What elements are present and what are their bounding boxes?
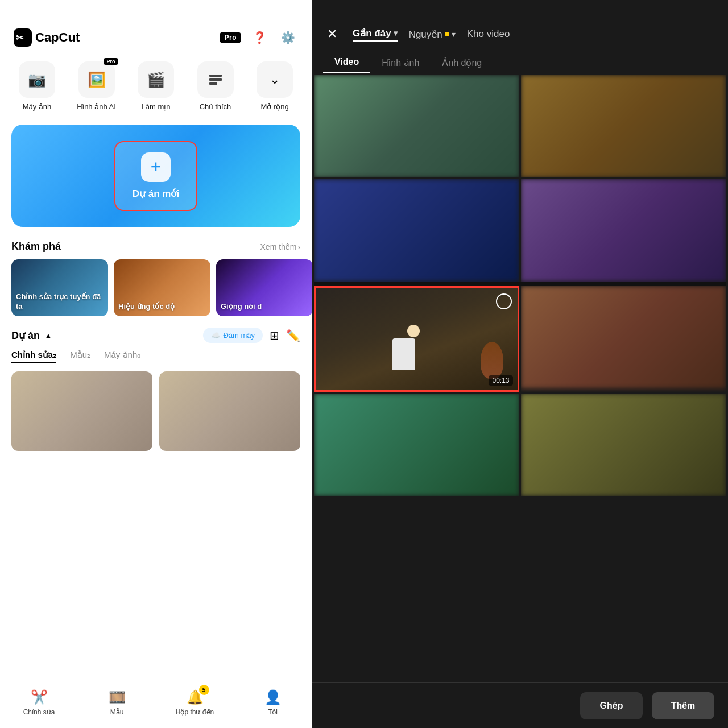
help-button[interactable]: ❓	[249, 27, 270, 48]
tool-label-lam-min: Làm mịn	[142, 102, 171, 111]
media-cell-2[interactable]	[521, 75, 726, 177]
tool-lam-min[interactable]: 🎬 Làm mịn	[130, 61, 181, 111]
media-cell-5[interactable]	[521, 286, 726, 392]
pro-badge[interactable]: Pro	[220, 32, 241, 43]
explore-section-header: Khám phá Xem thêm ›	[0, 238, 312, 259]
person-figure	[398, 325, 429, 376]
tool-chu-thich[interactable]: Chú thích	[190, 61, 241, 111]
content-tab-video[interactable]: Video	[323, 52, 370, 73]
see-more-button[interactable]: Xem thêm ›	[260, 242, 300, 251]
tool-label-may-anh: Máy ảnh	[23, 102, 52, 111]
cloud-icon: ☁️	[211, 331, 220, 340]
video-tab-label: Video	[334, 57, 359, 67]
gan-day-arrow: ▾	[394, 28, 398, 38]
selected-video-cell[interactable]: 00:13	[314, 286, 519, 392]
tab-gan-day[interactable]: Gần đây ▾	[353, 27, 398, 42]
tab-mau[interactable]: Mẫu₂	[70, 350, 90, 363]
explore-card-label-3: Giọng nói đ	[221, 302, 262, 312]
tab-nguyen[interactable]: Nguyễn ▾	[409, 28, 456, 40]
tool-may-anh[interactable]: 📷 Máy ảnh	[11, 61, 63, 111]
explore-card-2[interactable]: Hiệu ứng tốc độ	[114, 259, 210, 316]
settings-button[interactable]: ⚙️	[278, 27, 298, 48]
new-project-plus-icon: +	[141, 152, 171, 182]
media-thumbnail-1	[314, 75, 519, 177]
new-project-banner[interactable]: + Dự án mới	[11, 125, 300, 227]
header-actions: Pro ❓ ⚙️	[220, 27, 298, 48]
bottom-action-bar: Ghép Thêm	[312, 682, 728, 728]
them-button[interactable]: Thêm	[652, 692, 714, 719]
nav-label-chinh-sua: Chỉnh sửa	[23, 708, 55, 716]
explore-cards-row: Chỉnh sửa trực tuyến đã ta Hiệu ứng tốc …	[0, 259, 312, 316]
content-tabs: Video Hình ảnh Ảnh động	[312, 43, 728, 73]
cloud-button[interactable]: ☁️ Đám mây	[203, 328, 263, 343]
svg-text:✂: ✂	[16, 33, 24, 43]
tab-chinh-sua[interactable]: Chỉnh sửa₂	[11, 350, 56, 363]
nguyen-dot	[445, 32, 449, 36]
projects-tabs: Chỉnh sửa₂ Mẫu₂ Máy ảnh₀	[11, 350, 300, 363]
media-cell-3[interactable]	[314, 179, 519, 282]
tab-may-anh[interactable]: Máy ảnh₀	[104, 350, 140, 363]
media-cell-4[interactable]	[521, 179, 726, 282]
projects-title-row: Dự án ▲	[11, 329, 52, 342]
tool-mo-rong[interactable]: ⌄ Mở rộng	[249, 61, 300, 111]
explore-card-3[interactable]: Giọng nói đ	[216, 259, 312, 316]
pencil-icon: ✏️	[286, 329, 300, 342]
template-icon: 🎞️	[109, 689, 126, 705]
media-thumbnail-4	[521, 179, 726, 282]
content-tab-hinh-anh[interactable]: Hình ảnh	[370, 53, 431, 73]
media-cell-7[interactable]	[521, 394, 726, 496]
svg-rect-2	[209, 75, 222, 77]
projects-header: Dự án ▲ ☁️ Đám mây ⊞ ✏️	[11, 328, 300, 343]
ai-image-icon: 🖼️	[88, 71, 106, 89]
help-icon: ❓	[253, 31, 267, 44]
media-thumbnail-3	[314, 179, 519, 282]
tool-icon-may-anh: 📷	[19, 61, 55, 98]
body	[392, 338, 415, 370]
nav-chinh-sua[interactable]: ✂️ Chỉnh sửa	[16, 689, 62, 716]
tool-icon-chu-thich	[197, 61, 234, 98]
nav-toi[interactable]: 👤 Tôi	[250, 689, 296, 716]
tool-icon-lam-min: 🎬	[138, 61, 174, 98]
media-grid-2: 00:13	[314, 286, 726, 496]
scissors-icon: ✂️	[31, 689, 48, 705]
explore-card-1[interactable]: Chỉnh sửa trực tuyến đã ta	[11, 259, 108, 316]
app-header: ✂ CapCut Pro ❓ ⚙️	[0, 0, 312, 57]
pro-label-badge: Pro	[104, 58, 118, 65]
expand-icon: ⌄	[270, 72, 280, 87]
projects-section: Dự án ▲ ☁️ Đám mây ⊞ ✏️ Chỉnh sửa₂ Mẫu₂ …	[0, 316, 312, 451]
media-thumbnail-7	[521, 394, 726, 496]
tool-label-mo-rong: Mở rộng	[260, 102, 288, 111]
head	[407, 325, 420, 337]
projects-sort-icon: ▲	[44, 331, 52, 340]
svg-rect-3	[209, 78, 222, 81]
close-icon: ✕	[327, 27, 337, 42]
app-logo: ✂ CapCut	[14, 28, 80, 47]
chevron-right-icon: ›	[297, 242, 300, 251]
nav-hop-thu-den[interactable]: 🔔 5 Hộp thư đến	[172, 689, 218, 716]
close-button[interactable]: ✕	[323, 25, 341, 43]
media-cell-6[interactable]	[314, 394, 519, 496]
nav-label-hop-thu-den: Hộp thư đến	[176, 708, 214, 716]
bottom-navigation: ✂️ Chỉnh sửa 🎞️ Mẫu 🔔 5 Hộp thư đến 👤 Tô…	[0, 677, 312, 728]
settings-icon: ⚙️	[281, 31, 295, 44]
left-panel: ✂ CapCut Pro ❓ ⚙️ 📷 Máy ảnh 🖼️ Pro	[0, 0, 312, 728]
tool-hinh-anh-ai[interactable]: 🖼️ Pro Hình ảnh AI	[71, 61, 122, 111]
new-project-label: Dự án mới	[133, 188, 179, 200]
project-card-1[interactable]	[11, 371, 152, 451]
projects-title: Dự án	[11, 329, 40, 342]
grid-icon: ⊞	[270, 329, 279, 342]
explore-title: Khám phá	[11, 241, 61, 253]
video-thumbnail: 00:13	[316, 288, 518, 390]
grid-view-button[interactable]: ⊞	[270, 329, 279, 342]
content-tab-anh-dong[interactable]: Ảnh động	[431, 53, 493, 73]
nav-mau[interactable]: 🎞️ Mẫu	[94, 689, 140, 716]
project-card-2[interactable]	[159, 371, 300, 451]
edit-button[interactable]: ✏️	[286, 329, 300, 342]
media-cell-1[interactable]	[314, 75, 519, 177]
project-thumbnail-2	[159, 371, 300, 451]
tab-kho-video[interactable]: Kho video	[467, 28, 510, 40]
capcut-logo-icon: ✂	[14, 28, 32, 47]
ghep-button[interactable]: Ghép	[580, 692, 643, 719]
projects-actions: ☁️ Đám mây ⊞ ✏️	[203, 328, 300, 343]
new-project-button[interactable]: + Dự án mới	[114, 141, 197, 211]
